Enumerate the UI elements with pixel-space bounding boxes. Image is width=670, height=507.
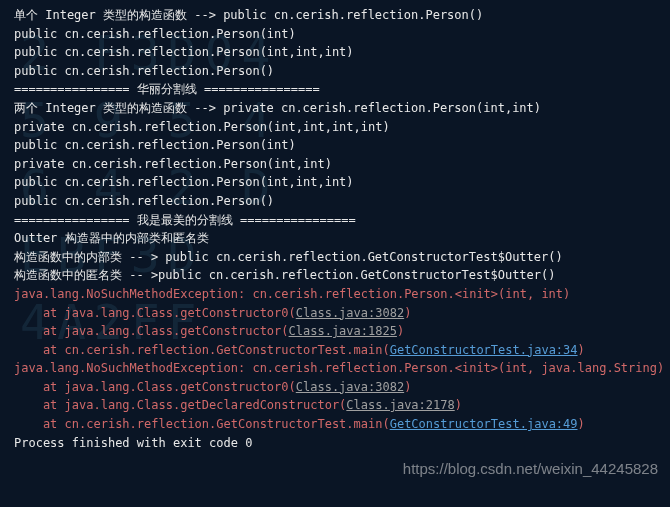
source-location: Class.java:2178 bbox=[346, 398, 454, 412]
stack-text: at java.lang.Class.getConstructor( bbox=[14, 324, 289, 338]
stack-text: at java.lang.Class.getDeclaredConstructo… bbox=[14, 398, 346, 412]
console-line: 构造函数中的匿名类 -- >public cn.cerish.reflectio… bbox=[14, 266, 670, 285]
stack-text: ) bbox=[455, 398, 462, 412]
console-line: public cn.cerish.reflection.Person(int) bbox=[14, 25, 670, 44]
console-line: at java.lang.Class.getDeclaredConstructo… bbox=[14, 396, 670, 415]
console-line: public cn.cerish.reflection.Person() bbox=[14, 192, 670, 211]
console-line: public cn.cerish.reflection.Person(int,i… bbox=[14, 173, 670, 192]
stack-text: ) bbox=[578, 417, 585, 431]
console-line: at cn.cerish.reflection.GetConstructorTe… bbox=[14, 415, 670, 434]
stack-text: at java.lang.Class.getConstructor0( bbox=[14, 306, 296, 320]
stack-text: ) bbox=[397, 324, 404, 338]
console-line: 两个 Integer 类型的构造函数 --> private cn.cerish… bbox=[14, 99, 670, 118]
stack-text: ) bbox=[404, 380, 411, 394]
source-link[interactable]: GetConstructorTest.java:49 bbox=[390, 417, 578, 431]
console-line: public cn.cerish.reflection.Person() bbox=[14, 62, 670, 81]
console-line: Process finished with exit code 0 bbox=[14, 434, 670, 453]
console-line: at java.lang.Class.getConstructor0(Class… bbox=[14, 304, 670, 323]
stack-text: at cn.cerish.reflection.GetConstructorTe… bbox=[14, 417, 390, 431]
stack-text: ) bbox=[578, 343, 585, 357]
console-line: public cn.cerish.reflection.Person(int,i… bbox=[14, 43, 670, 62]
console-line: at cn.cerish.reflection.GetConstructorTe… bbox=[14, 341, 670, 360]
stack-text: at java.lang.Class.getConstructor0( bbox=[14, 380, 296, 394]
stack-text: at cn.cerish.reflection.GetConstructorTe… bbox=[14, 343, 390, 357]
watermark-text: https://blog.csdn.net/weixin_44245828 bbox=[403, 460, 658, 477]
source-link[interactable]: GetConstructorTest.java:34 bbox=[390, 343, 578, 357]
console-line: 单个 Integer 类型的构造函数 --> public cn.cerish.… bbox=[14, 6, 670, 25]
console-line: private cn.cerish.reflection.Person(int,… bbox=[14, 118, 670, 137]
console-line: Outter 构造器中的内部类和匿名类 bbox=[14, 229, 670, 248]
console-line: java.lang.NoSuchMethodException: cn.ceri… bbox=[14, 359, 670, 378]
console-output: 单个 Integer 类型的构造函数 --> public cn.cerish.… bbox=[0, 0, 670, 458]
console-line: at java.lang.Class.getConstructor(Class.… bbox=[14, 322, 670, 341]
console-line: at java.lang.Class.getConstructor0(Class… bbox=[14, 378, 670, 397]
source-location: Class.java:3082 bbox=[296, 380, 404, 394]
source-location: Class.java:1825 bbox=[289, 324, 397, 338]
console-line: public cn.cerish.reflection.Person(int) bbox=[14, 136, 670, 155]
source-location: Class.java:3082 bbox=[296, 306, 404, 320]
console-line: ================ 华丽分割线 ================ bbox=[14, 80, 670, 99]
console-line: ================ 我是最美的分割线 ==============… bbox=[14, 211, 670, 230]
console-line: java.lang.NoSuchMethodException: cn.ceri… bbox=[14, 285, 670, 304]
console-line: 构造函数中的内部类 -- > public cn.cerish.reflecti… bbox=[14, 248, 670, 267]
console-line: private cn.cerish.reflection.Person(int,… bbox=[14, 155, 670, 174]
stack-text: ) bbox=[404, 306, 411, 320]
